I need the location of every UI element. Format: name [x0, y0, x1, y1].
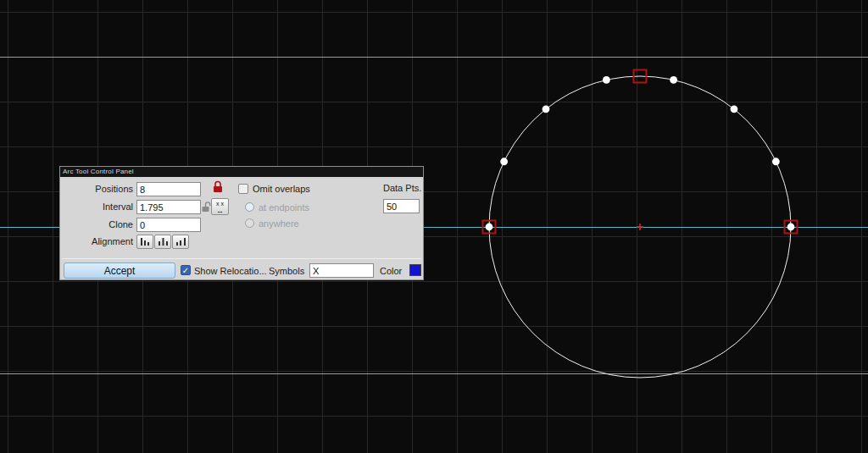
align-left-icon — [140, 237, 151, 246]
data-point-marker — [486, 224, 493, 231]
at-endpoints-label: at endpoints — [259, 202, 309, 213]
clone-label: Clone — [60, 218, 133, 232]
omit-overlaps-checkbox[interactable] — [238, 184, 248, 194]
symbols-label: Symbols — [269, 265, 304, 277]
clone-input[interactable] — [136, 218, 201, 232]
accept-button[interactable]: Accept — [64, 262, 175, 279]
color-label: Color — [380, 265, 402, 277]
symbols-input[interactable] — [309, 263, 374, 278]
panel-title-bar[interactable]: Arc Tool Control Panel — [60, 167, 423, 177]
positions-label: Positions — [60, 182, 133, 196]
align-center-button[interactable] — [154, 235, 171, 249]
anywhere-label: anywhere — [259, 218, 299, 229]
show-relocation-label: Show Relocatio... — [194, 265, 267, 277]
spread-arrow-icon: ↔ — [212, 207, 228, 214]
data-point-marker — [787, 224, 795, 231]
arc-tool-control-panel: Arc Tool Control Panel Positions Interva… — [59, 166, 424, 280]
color-swatch[interactable] — [409, 264, 421, 276]
omit-overlaps-label: Omit overlaps — [253, 183, 310, 195]
data-pts-label: Data Pts. — [383, 182, 421, 194]
data-point-marker — [603, 76, 610, 84]
lock-open-icon — [202, 202, 211, 213]
align-right-button[interactable] — [172, 235, 189, 249]
interval-lock[interactable] — [202, 202, 211, 213]
positions-input[interactable] — [136, 182, 201, 196]
panel-divider — [62, 258, 421, 259]
positions-lock[interactable] — [213, 180, 223, 193]
panel-title: Arc Tool Control Panel — [63, 168, 134, 175]
align-right-icon — [175, 237, 186, 246]
data-point-marker — [670, 76, 677, 84]
data-pts-input[interactable] — [383, 199, 420, 213]
align-left-button[interactable] — [136, 235, 153, 249]
align-center-icon — [158, 237, 169, 246]
workspace-canvas: Arc Tool Control Panel Positions Interva… — [0, 0, 868, 453]
show-relocation-checkbox[interactable]: ✓ — [181, 265, 191, 275]
spread-points-button[interactable]: x x ↔ — [211, 198, 229, 215]
data-point-marker — [772, 157, 780, 165]
interval-input[interactable] — [136, 200, 201, 214]
data-point-marker — [500, 157, 508, 165]
data-point-marker — [542, 105, 550, 113]
data-point-marker — [731, 105, 738, 113]
at-endpoints-radio[interactable] — [245, 202, 254, 212]
interval-label: Interval — [60, 200, 133, 214]
alignment-label: Alignment — [60, 235, 133, 249]
lock-closed-icon — [213, 180, 223, 193]
anywhere-radio[interactable] — [245, 218, 254, 228]
